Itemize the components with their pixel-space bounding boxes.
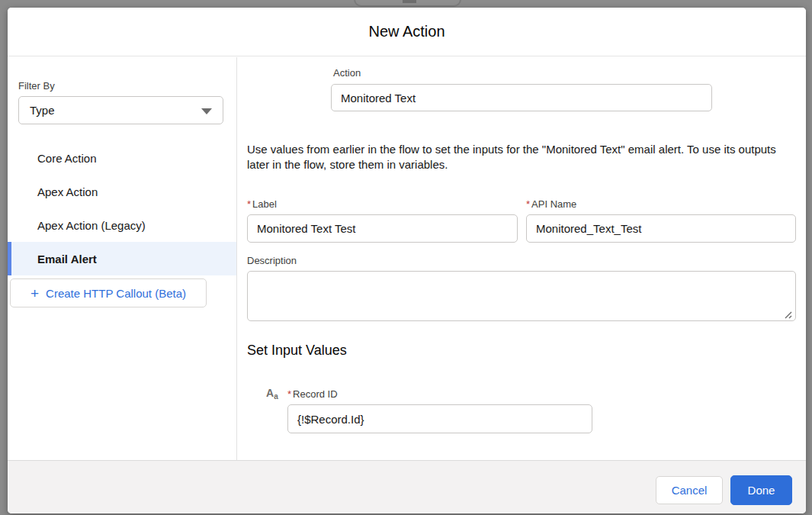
filter-by-label: Filter By [18,80,55,92]
plus-icon: + [30,286,39,301]
text-type-icon: Aa [266,387,278,401]
page-title: New Action [368,23,445,40]
sidebar-item-core-action[interactable]: Core Action [8,141,236,175]
sidebar-item-apex-action[interactable]: Apex Action [8,175,236,208]
api-name-input[interactable] [526,214,796,243]
selected-indicator-bar [8,242,11,275]
type-filter-value: Type [30,104,55,117]
action-type-list: Core Action Apex Action Apex Action (Leg… [8,141,236,275]
type-filter-dropdown[interactable]: Type [18,96,223,124]
required-asterisk: * [287,388,291,400]
sidebar-item-label: Email Alert [37,253,97,266]
set-input-values-heading: Set Input Values [247,343,347,359]
sidebar-item-label: Apex Action [37,185,98,198]
record-id-field-label: *Record ID [287,388,338,400]
required-asterisk: * [526,198,530,210]
action-field-label: Action [333,67,361,79]
modal-header: New Action [8,8,806,56]
sidebar-item-label: Apex Action (Legacy) [37,219,146,232]
chevron-down-icon [201,108,212,114]
label-input[interactable] [247,214,518,243]
intro-description-text: Use values from earlier in the flow to s… [247,142,791,172]
done-button[interactable]: Done [730,475,792,505]
sidebar-item-label: Core Action [37,152,97,165]
action-form-panel: Action Use values from earlier in the fl… [237,57,806,460]
description-textarea[interactable] [247,271,796,321]
create-http-callout-button[interactable]: + Create HTTP Callout (Beta) [10,278,207,307]
new-action-modal: New Action Filter By Type Core Action Ap… [8,8,806,513]
api-name-field-label: *API Name [526,198,576,210]
sidebar-item-email-alert[interactable]: Email Alert [8,242,236,275]
create-http-callout-label: Create HTTP Callout (Beta) [46,287,186,300]
required-asterisk: * [247,198,251,210]
record-id-input[interactable] [287,404,592,433]
modal-footer: Cancel Done [8,460,806,513]
occluded-canvas-node-tab [403,0,416,3]
label-field-label: *Label [247,198,277,210]
action-type-sidebar: Filter By Type Core Action Apex Action A… [8,57,237,460]
description-field-label: Description [247,255,297,266]
action-input[interactable] [331,84,712,111]
cancel-button[interactable]: Cancel [656,476,723,504]
sidebar-item-apex-action-legacy[interactable]: Apex Action (Legacy) [8,208,236,242]
